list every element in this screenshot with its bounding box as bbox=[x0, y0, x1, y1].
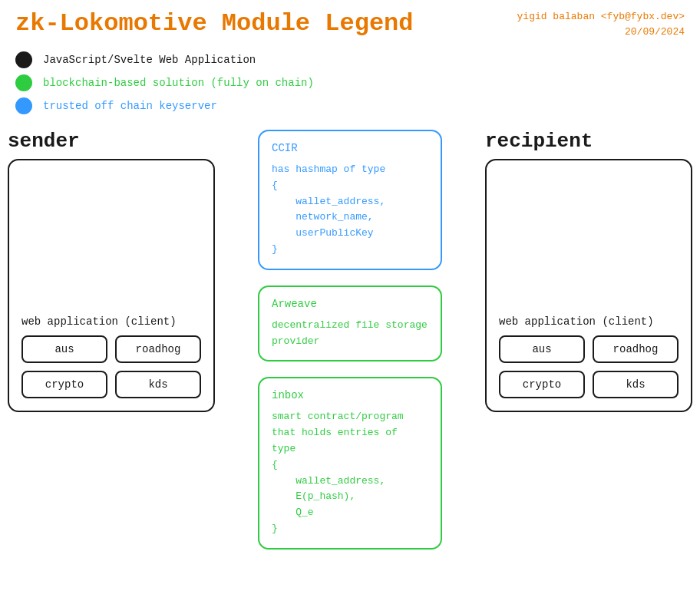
recipient-title: recipient bbox=[485, 130, 593, 153]
page-title: zk-Lokomotive Module Legend bbox=[15, 9, 413, 38]
legend-label-keyserver: trusted off chain keyserver bbox=[43, 100, 217, 112]
legend-label-blockchain: blockchain-based solution (fully on chai… bbox=[43, 77, 314, 89]
recipient-web-app-box: web application (client) aus roadhog cry… bbox=[485, 159, 692, 412]
recipient-button-grid: aus roadhog crypto kds bbox=[487, 335, 691, 398]
arweave-title: Arweave bbox=[272, 298, 428, 310]
sender-button-grid: aus roadhog crypto kds bbox=[9, 335, 213, 398]
recipient-btn-aus[interactable]: aus bbox=[499, 335, 585, 363]
author-date: 20/09/2024 bbox=[517, 25, 685, 40]
legend-item-blockchain: blockchain-based solution (fully on chai… bbox=[15, 74, 685, 91]
author-name: yigid balaban <fyb@fybx.dev> bbox=[517, 9, 685, 25]
legend-label-js: JavaScript/Svelte Web Application bbox=[43, 54, 256, 66]
author-info: yigid balaban <fyb@fybx.dev> 20/09/2024 bbox=[517, 9, 685, 39]
recipient-btn-crypto[interactable]: crypto bbox=[499, 371, 585, 398]
sender-btn-aus[interactable]: aus bbox=[21, 335, 107, 363]
inbox-title: inbox bbox=[272, 389, 428, 401]
ccir-box: CCIR has hashmap of type { wallet_addres… bbox=[258, 130, 442, 270]
sender-btn-crypto[interactable]: crypto bbox=[21, 371, 107, 398]
legend-item-js: JavaScript/Svelte Web Application bbox=[15, 51, 685, 68]
arweave-content: decentralized file storage provider bbox=[272, 318, 428, 350]
main-layout: sender web application (client) aus road… bbox=[0, 114, 700, 565]
ccir-title: CCIR bbox=[272, 142, 428, 154]
inbox-box: inbox smart contract/program that holds … bbox=[258, 377, 442, 549]
header: zk-Lokomotive Module Legend yigid balaba… bbox=[0, 0, 700, 39]
arweave-box: Arweave decentralized file storage provi… bbox=[258, 286, 442, 362]
recipient-column: recipient web application (client) aus r… bbox=[485, 130, 692, 412]
sender-btn-kds[interactable]: kds bbox=[115, 371, 201, 398]
legend: JavaScript/Svelte Web Application blockc… bbox=[0, 39, 700, 114]
sender-web-app-box: web application (client) aus roadhog cry… bbox=[8, 159, 215, 412]
legend-dot-green bbox=[15, 74, 32, 91]
sender-column: sender web application (client) aus road… bbox=[8, 130, 215, 412]
legend-dot-black bbox=[15, 51, 32, 68]
inbox-content: smart contract/program that holds entrie… bbox=[272, 409, 428, 536]
legend-item-keyserver: trusted off chain keyserver bbox=[15, 97, 685, 114]
sender-btn-roadhog[interactable]: roadhog bbox=[115, 335, 201, 363]
recipient-btn-roadhog[interactable]: roadhog bbox=[593, 335, 679, 363]
recipient-btn-kds[interactable]: kds bbox=[593, 371, 679, 398]
sender-title: sender bbox=[8, 130, 80, 153]
ccir-content: has hashmap of type { wallet_address, ne… bbox=[272, 162, 428, 258]
legend-dot-blue bbox=[15, 97, 32, 114]
sender-web-app-label: web application (client) bbox=[9, 315, 213, 335]
recipient-web-app-label: web application (client) bbox=[487, 315, 691, 335]
middle-column: CCIR has hashmap of type { wallet_addres… bbox=[258, 130, 442, 550]
